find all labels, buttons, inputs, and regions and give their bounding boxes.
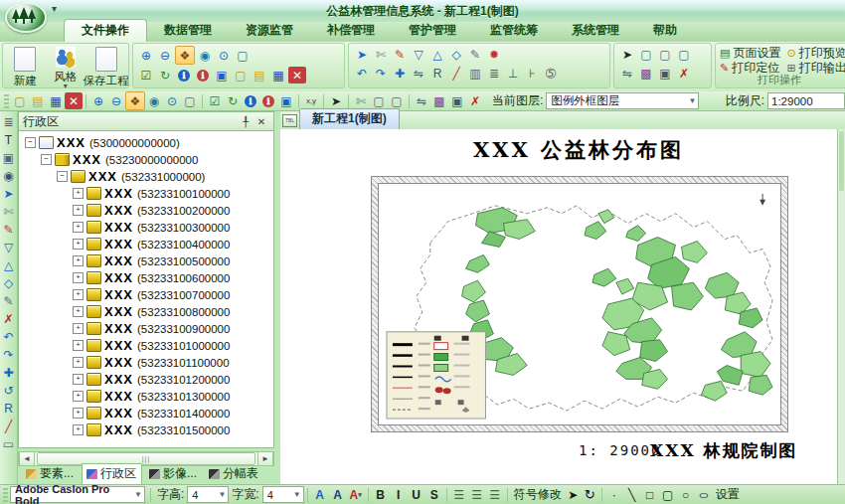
style-button[interactable]: 风格▾ bbox=[46, 45, 86, 88]
char-height-combobox[interactable]: 4 ▼ bbox=[187, 486, 229, 503]
line-icon[interactable]: ╱ bbox=[1, 418, 17, 435]
save-icon[interactable]: ▦ bbox=[47, 92, 65, 109]
ribbon-tab-文件操作[interactable]: 文件操作 bbox=[64, 19, 147, 42]
ribbon-tab-监管统筹[interactable]: 监管统筹 bbox=[473, 20, 555, 42]
flip-icon[interactable]: ⇋ bbox=[410, 65, 427, 82]
scale-input[interactable]: 1:29000 bbox=[767, 92, 845, 109]
new-project-button[interactable]: 新建 bbox=[5, 45, 46, 88]
delete-icon[interactable]: ✗ bbox=[675, 65, 693, 82]
move-feature-icon[interactable]: ✚ bbox=[391, 65, 409, 82]
char-width-combobox[interactable]: 4 ▼ bbox=[262, 486, 304, 503]
panel-tab-elements[interactable]: 要素... bbox=[22, 464, 79, 484]
panel-tab-image[interactable]: 影像... bbox=[145, 464, 202, 484]
rotate-icon[interactable]: ↻ bbox=[582, 487, 598, 503]
map-canvas[interactable]: XXX 公益林分布图 bbox=[280, 129, 837, 484]
draw-rect-icon[interactable]: ▥ bbox=[466, 65, 484, 82]
zoom-in-icon[interactable]: ⊕ bbox=[137, 47, 155, 64]
tree-row[interactable]: +XXX(53233100100000 bbox=[19, 185, 273, 202]
tree-row[interactable]: +XXX(53233101300000 bbox=[19, 388, 273, 405]
zoom-out-icon[interactable]: ⊖ bbox=[156, 47, 174, 64]
magnifier-icon[interactable]: ⊙ bbox=[163, 92, 181, 109]
italic-icon[interactable]: I bbox=[390, 486, 408, 503]
scroll-thumb[interactable] bbox=[839, 131, 844, 191]
strike-icon[interactable]: S bbox=[425, 486, 443, 503]
polygon-icon[interactable]: △ bbox=[428, 46, 446, 63]
full-extent-icon[interactable]: ▣ bbox=[213, 67, 231, 84]
tree-row[interactable]: +XXX(53233100200000 bbox=[19, 202, 273, 219]
open-project-icon[interactable]: ▤ bbox=[251, 67, 268, 84]
settings-button[interactable]: 设置 bbox=[716, 486, 740, 503]
tree-row[interactable]: −XXX(5300000000000) bbox=[19, 134, 273, 151]
save-project-button[interactable]: 保存工程 bbox=[85, 45, 126, 88]
align-left-edge-icon[interactable]: ⊥ bbox=[504, 65, 522, 82]
panel-tab-admin[interactable]: 行政区 bbox=[82, 463, 142, 484]
document-tab[interactable]: 新工程1(制图) bbox=[299, 108, 400, 129]
pin-icon[interactable]: ╀ bbox=[238, 114, 254, 129]
font-combobox[interactable]: Adobe Caslon Pro Bold ▼ bbox=[10, 486, 145, 503]
align-left-icon[interactable]: ☰ bbox=[450, 486, 468, 503]
pen-icon[interactable]: ✎ bbox=[1, 221, 17, 239]
snap-icon[interactable]: ✄ bbox=[372, 46, 390, 63]
rotate-icon[interactable]: ↺ bbox=[1, 382, 17, 400]
expand-icon[interactable]: + bbox=[73, 289, 84, 300]
panel-tab-sheets[interactable]: 分幅表 bbox=[205, 464, 263, 484]
tree-row[interactable]: +XXX(53233101500000 bbox=[19, 421, 273, 438]
tri-icon[interactable]: △ bbox=[1, 256, 17, 274]
scissors-icon[interactable]: ✄ bbox=[1, 203, 17, 221]
redo-icon[interactable]: ↷ bbox=[372, 65, 390, 82]
page-setup-item[interactable]: ▤页面设置 bbox=[720, 46, 780, 61]
identify-info-icon[interactable]: ℹ bbox=[175, 67, 193, 84]
rect-icon[interactable]: ▭ bbox=[1, 435, 17, 453]
replace-icon[interactable]: R bbox=[428, 65, 446, 82]
canvas-vertical-scrollbar[interactable] bbox=[837, 129, 845, 484]
select-lasso-icon[interactable]: ▢ bbox=[388, 92, 406, 109]
ribbon-tab-资源监管[interactable]: 资源监管 bbox=[229, 20, 310, 42]
identify-red-icon[interactable]: ℹ bbox=[259, 92, 277, 109]
font-color-a1-icon[interactable]: A bbox=[311, 486, 329, 503]
magnifier-icon[interactable]: ⊙ bbox=[215, 47, 233, 64]
clear-sketch-icon[interactable]: ✹ bbox=[485, 46, 503, 63]
tree-row[interactable]: +XXX(53233101100000 bbox=[19, 354, 273, 371]
close-icon[interactable]: ✕ bbox=[254, 114, 269, 129]
expand-icon[interactable]: + bbox=[73, 357, 84, 368]
app-logo-icon[interactable] bbox=[5, 2, 47, 33]
sketch-pen-icon[interactable]: ✎ bbox=[391, 46, 409, 63]
tree-row[interactable]: +XXX(53233100600000 bbox=[19, 269, 273, 286]
vertex-diamond-icon[interactable]: ◇ bbox=[447, 46, 465, 63]
select-rect-icon[interactable]: ▢ bbox=[656, 46, 674, 63]
open-project-icon[interactable]: ▤ bbox=[29, 92, 47, 109]
navigate-icon[interactable]: ➤ bbox=[353, 46, 371, 63]
collapse-icon[interactable]: − bbox=[41, 154, 52, 165]
bold-icon[interactable]: B bbox=[372, 486, 390, 503]
collapse-icon[interactable]: − bbox=[25, 137, 36, 148]
select-rect-icon[interactable]: ▢ bbox=[370, 92, 388, 109]
refresh-doc-icon[interactable]: ↻ bbox=[224, 92, 242, 109]
tree-row[interactable]: +XXX(53233101000000 bbox=[19, 337, 273, 354]
delete-icon[interactable]: ✗ bbox=[466, 92, 484, 109]
circle-tool-icon[interactable]: ○ bbox=[677, 486, 695, 503]
refresh-doc-icon[interactable]: ↻ bbox=[156, 67, 174, 84]
rect-handles-icon[interactable]: ▣ bbox=[1, 149, 17, 167]
undo-icon[interactable]: ↶ bbox=[1, 328, 17, 346]
select-lasso-icon[interactable]: ▢ bbox=[675, 46, 693, 63]
expand-icon[interactable]: + bbox=[73, 408, 84, 419]
collapse-icon[interactable]: − bbox=[57, 171, 68, 182]
flip-order-icon[interactable]: ⇋ bbox=[413, 92, 430, 109]
tree-row[interactable]: +XXX(53233101200000 bbox=[19, 371, 273, 388]
select-check-icon[interactable]: ☑ bbox=[206, 92, 224, 109]
current-layer-combobox[interactable]: 图例外框图层 ▼ bbox=[546, 92, 699, 109]
pointer-icon[interactable]: ➤ bbox=[1, 185, 17, 203]
pan-icon[interactable]: ❖ bbox=[175, 46, 195, 65]
ribbon-tab-数据管理[interactable]: 数据管理 bbox=[147, 20, 229, 42]
tree-row[interactable]: +XXX(53233100800000 bbox=[19, 303, 273, 320]
expand-icon[interactable]: + bbox=[73, 391, 84, 402]
align-right-edge-icon[interactable]: ⊦ bbox=[523, 65, 541, 82]
delete-icon[interactable]: ✗ bbox=[1, 310, 17, 328]
move-icon[interactable]: ✚ bbox=[1, 364, 17, 382]
ribbon-tab-管护管理[interactable]: 管护管理 bbox=[392, 20, 473, 42]
redo-icon[interactable]: ↷ bbox=[1, 346, 17, 364]
expand-icon[interactable]: + bbox=[73, 374, 84, 385]
expand-icon[interactable]: + bbox=[73, 239, 84, 250]
rect-tool-icon[interactable]: □ bbox=[641, 486, 659, 503]
refresh-view-icon[interactable]: ◉ bbox=[196, 47, 214, 64]
